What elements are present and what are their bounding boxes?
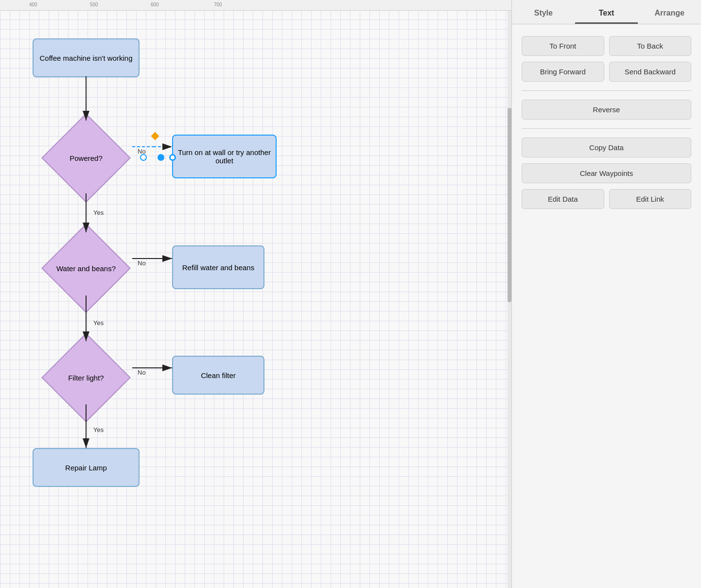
btn-edit-link[interactable]: Edit Link — [609, 189, 692, 209]
conn-point-left-out[interactable] — [140, 154, 147, 161]
panel-tabs: Style Text Arrange — [512, 0, 701, 24]
tab-style[interactable]: Style — [512, 4, 575, 24]
divider-2 — [522, 128, 691, 129]
btn-copy-data[interactable]: Copy Data — [522, 138, 691, 157]
btn-bring-forward[interactable]: Bring Forward — [522, 62, 604, 82]
node-powered[interactable]: Powered? — [40, 121, 132, 194]
conn-point-target[interactable] — [169, 154, 176, 161]
arrow-label-yes-filter: Yes — [93, 426, 104, 433]
node-water-label: Water and beans? — [56, 264, 116, 273]
node-powered-label: Powered? — [70, 154, 103, 162]
right-panel: Style Text Arrange To Front To Back Brin… — [511, 0, 701, 588]
node-filter-label: Filter light? — [68, 374, 104, 382]
node-repair-label: Repair Lamp — [65, 464, 107, 472]
diagram: No Yes No Yes No Yes Coffee machine isn'… — [0, 11, 369, 588]
ruler-mark-500: 500 — [90, 2, 98, 7]
node-start[interactable]: Coffee machine isn't working — [33, 38, 140, 77]
arrow-label-no-filter: No — [138, 369, 146, 376]
tab-arrange[interactable]: Arrange — [638, 4, 701, 24]
btn-row-1: To Front To Back — [522, 36, 691, 56]
node-turn-on-label: Turn on at wall or try another outlet — [173, 148, 276, 165]
node-turn-on[interactable]: Turn on at wall or try another outlet — [172, 135, 277, 178]
node-water[interactable]: Water and beans? — [40, 232, 132, 305]
btn-edit-data[interactable]: Edit Data — [522, 189, 604, 209]
ruler-mark-700: 700 — [214, 2, 222, 7]
ruler-mark-600: 600 — [151, 2, 159, 7]
node-repair[interactable]: Repair Lamp — [33, 448, 140, 487]
arrow-label-yes-powered: Yes — [93, 209, 104, 216]
node-filter[interactable]: Filter light? — [40, 341, 132, 414]
btn-to-back[interactable]: To Back — [609, 36, 692, 56]
scrollbar-thumb[interactable] — [508, 108, 511, 302]
node-refill-label: Refill water and beans — [182, 263, 254, 272]
arrow-label-no-water: No — [138, 259, 146, 267]
btn-send-backward[interactable]: Send Backward — [609, 62, 692, 82]
btn-row-2: Bring Forward Send Backward — [522, 62, 691, 82]
canvas-area[interactable]: 400 500 600 700 No Yes No — [0, 0, 511, 588]
btn-row-clear: Clear Waypoints — [522, 163, 691, 183]
ruler-top: 400 500 600 700 — [0, 0, 511, 11]
btn-row-3: Edit Data Edit Link — [522, 189, 691, 209]
arrow-label-yes-water: Yes — [93, 319, 104, 327]
node-clean-label: Clean filter — [201, 371, 236, 380]
btn-row-copy: Copy Data — [522, 138, 691, 157]
divider-1 — [522, 90, 691, 91]
handle-diamond[interactable] — [151, 132, 159, 140]
ruler-mark-400: 400 — [29, 2, 37, 7]
node-start-label: Coffee machine isn't working — [39, 54, 132, 62]
scrollbar-track — [508, 11, 511, 588]
panel-content: To Front To Back Bring Forward Send Back… — [512, 24, 701, 221]
btn-to-front[interactable]: To Front — [522, 36, 604, 56]
node-clean[interactable]: Clean filter — [172, 356, 264, 395]
btn-clear-waypoints[interactable]: Clear Waypoints — [522, 163, 691, 183]
tab-text[interactable]: Text — [575, 4, 638, 24]
conn-point-mid[interactable] — [158, 154, 164, 161]
btn-reverse[interactable]: Reverse — [522, 100, 691, 120]
node-refill[interactable]: Refill water and beans — [172, 245, 264, 289]
btn-row-reverse: Reverse — [522, 100, 691, 120]
